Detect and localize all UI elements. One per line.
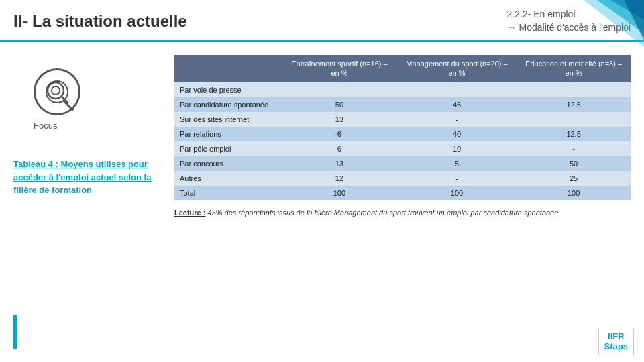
table-row: Par voie de presse--- (174, 82, 631, 97)
logo-area: IIFR Staps (598, 328, 634, 355)
table-cell-2-3 (517, 112, 631, 127)
lecture-note: Lecture : 45% des répondants issus de la… (174, 207, 631, 219)
table-row: Total100100100 (174, 186, 631, 200)
col-header-0 (174, 55, 282, 82)
main-content: Focus Tableau 4 : Moyens utilisés pour a… (0, 42, 644, 225)
table-cell-3-0: Par relations (174, 127, 282, 141)
table-cell-5-1: 13 (282, 156, 397, 171)
table-cell-4-3: - (517, 141, 631, 156)
table-cell-6-3: 25 (517, 171, 631, 186)
table-cell-7-1: 100 (282, 186, 397, 200)
data-table: Entraînement sportif (n=16) – en % Manag… (174, 55, 631, 200)
table-cell-1-2: 45 (397, 97, 517, 112)
arrow-icon: → (507, 22, 517, 33)
table-cell-7-0: Total (174, 186, 282, 200)
logo-box: IIFR Staps (598, 328, 634, 355)
table-row: Par relations64012.5 (174, 127, 631, 141)
logo-line1: IIFR (604, 331, 628, 342)
table-row: Sur des sites internet13- (174, 112, 631, 127)
table-cell-3-1: 6 (282, 127, 397, 141)
table-cell-5-3: 50 (517, 156, 631, 171)
table-cell-2-1: 13 (282, 112, 397, 127)
right-panel: Entraînement sportif (n=16) – en % Manag… (174, 55, 631, 218)
table-cell-6-0: Autres (174, 171, 282, 186)
page-title: II- La situation actuelle (13, 12, 507, 31)
svg-point-4 (48, 82, 64, 99)
table-row: Par concours13550 (174, 156, 631, 171)
logo-line2: Staps (604, 341, 628, 352)
table-cell-4-1: 6 (282, 141, 397, 156)
table-cell-2-2: - (397, 112, 517, 127)
left-panel: Focus Tableau 4 : Moyens utilisés pour a… (13, 55, 161, 218)
focus-label: Focus (34, 121, 57, 131)
table-cell-5-0: Par concours (174, 156, 282, 171)
table-cell-0-2: - (397, 82, 517, 97)
table-row: Par pôle emploi610- (174, 141, 631, 156)
table-cell-6-2: - (397, 171, 517, 186)
focus-icon (34, 68, 80, 115)
svg-line-6 (62, 97, 68, 103)
table-cell-0-3: - (517, 82, 631, 97)
table-cell-0-1: - (282, 82, 397, 97)
lecture-text: 45% des répondants issus de la filière M… (205, 208, 558, 217)
table-cell-7-3: 100 (517, 186, 631, 200)
table-cell-1-1: 50 (282, 97, 397, 112)
table-cell-5-2: 5 (397, 156, 517, 171)
table-cell-6-1: 12 (282, 171, 397, 186)
table-cell-7-2: 100 (397, 186, 517, 200)
page-header: II- La situation actuelle 2.2.2- En empl… (0, 0, 644, 42)
table-cell-3-3: 12.5 (517, 127, 631, 141)
table-row: Autres12-25 (174, 171, 631, 186)
lecture-label: Lecture : (174, 208, 205, 217)
table-cell-0-0: Par voie de presse (174, 82, 282, 97)
table-cell-1-3: 12.5 (517, 97, 631, 112)
table-row: Par candidature spontanée504512.5 (174, 97, 631, 112)
col-header-1: Entraînement sportif (n=16) – en % (282, 55, 397, 82)
decorative-shapes (557, 0, 644, 60)
table-cell-1-0: Par candidature spontanée (174, 97, 282, 112)
tableau-title: Tableau 4 : Moyens utilisés pour accéder… (13, 158, 161, 197)
svg-point-5 (52, 86, 60, 95)
bottom-left-bar (13, 315, 17, 349)
table-cell-4-2: 10 (397, 141, 517, 156)
table-cell-4-0: Par pôle emploi (174, 141, 282, 156)
col-header-2: Management du sport (n=20) – en % (397, 55, 517, 82)
table-cell-3-2: 40 (397, 127, 517, 141)
table-cell-2-0: Sur des sites internet (174, 112, 282, 127)
